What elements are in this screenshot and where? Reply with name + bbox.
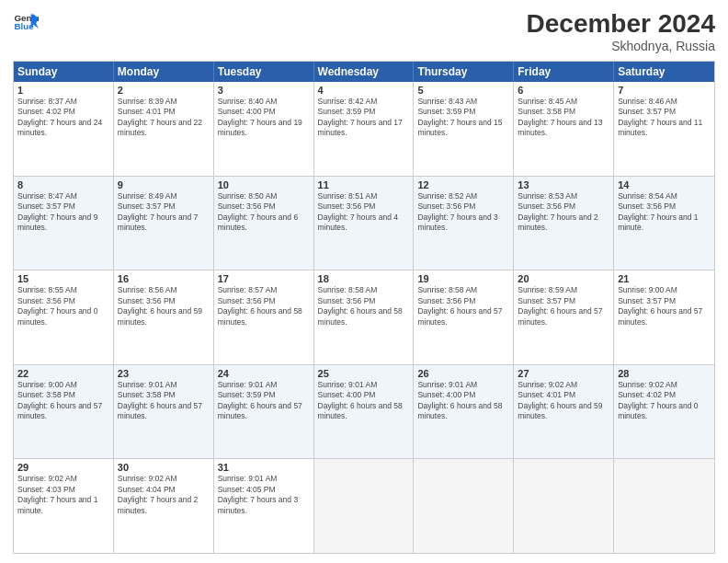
- sunrise: Sunrise: 8:43 AM: [417, 97, 477, 106]
- daylight: Daylight: 7 hours and 4 minutes.: [318, 213, 398, 232]
- sunrise: Sunrise: 9:01 AM: [118, 380, 177, 389]
- calendar-cell: 14 Sunrise: 8:54 AM Sunset: 3:56 PM Dayl…: [614, 177, 714, 270]
- calendar-cell: 10 Sunrise: 8:50 AM Sunset: 3:56 PM Dayl…: [214, 177, 314, 270]
- cell-info: Sunrise: 8:42 AM Sunset: 3:59 PM Dayligh…: [318, 97, 410, 139]
- sunset: Sunset: 3:56 PM: [218, 201, 276, 211]
- sunrise: Sunrise: 9:02 AM: [118, 474, 177, 483]
- sunrise: Sunrise: 8:52 AM: [417, 191, 477, 201]
- sunset: Sunset: 4:00 PM: [318, 390, 376, 399]
- calendar-cell: 21 Sunrise: 9:00 AM Sunset: 3:57 PM Dayl…: [614, 270, 714, 364]
- sunset: Sunset: 3:56 PM: [318, 296, 376, 305]
- calendar-cell: [514, 459, 614, 553]
- daylight: Daylight: 7 hours and 3 minutes.: [218, 495, 298, 514]
- sunset: Sunset: 4:00 PM: [218, 107, 276, 116]
- sunset: Sunset: 3:57 PM: [17, 201, 75, 211]
- header: General Blue December 2024 Skhodnya, Rus…: [13, 9, 715, 53]
- day-number: 19: [417, 273, 509, 284]
- sunset: Sunset: 4:05 PM: [218, 485, 276, 494]
- calendar-cell: 28 Sunrise: 9:02 AM Sunset: 4:02 PM Dayl…: [614, 365, 714, 459]
- daylight: Daylight: 7 hours and 19 minutes.: [218, 118, 302, 137]
- sunrise: Sunrise: 8:39 AM: [118, 97, 177, 106]
- daylight: Daylight: 6 hours and 57 minutes.: [17, 401, 102, 420]
- daylight: Daylight: 7 hours and 0 minutes.: [618, 401, 698, 420]
- sunrise: Sunrise: 8:49 AM: [118, 191, 177, 201]
- calendar-cell: [414, 459, 514, 553]
- day-headers: Sunday Monday Tuesday Wednesday Thursday…: [14, 62, 714, 82]
- sunset: Sunset: 4:02 PM: [618, 390, 676, 399]
- sunset: Sunset: 3:57 PM: [518, 296, 575, 305]
- sunrise: Sunrise: 8:59 AM: [518, 285, 577, 294]
- calendar-cell: 3 Sunrise: 8:40 AM Sunset: 4:00 PM Dayli…: [214, 82, 314, 176]
- header-friday: Friday: [514, 62, 614, 82]
- cell-info: Sunrise: 9:01 AM Sunset: 3:59 PM Dayligh…: [218, 380, 310, 422]
- daylight: Daylight: 7 hours and 13 minutes.: [518, 118, 602, 137]
- sunset: Sunset: 3:56 PM: [417, 201, 475, 211]
- daylight: Daylight: 7 hours and 1 minute.: [618, 213, 698, 232]
- daylight: Daylight: 6 hours and 58 minutes.: [218, 306, 302, 326]
- sunset: Sunset: 3:56 PM: [118, 296, 176, 305]
- header-sunday: Sunday: [14, 62, 114, 82]
- daylight: Daylight: 7 hours and 3 minutes.: [417, 213, 497, 232]
- sunrise: Sunrise: 9:02 AM: [618, 380, 677, 389]
- daylight: Daylight: 7 hours and 2 minutes.: [118, 495, 198, 514]
- sunrise: Sunrise: 8:46 AM: [618, 97, 677, 106]
- day-number: 20: [518, 273, 609, 284]
- cell-info: Sunrise: 8:53 AM Sunset: 3:56 PM Dayligh…: [518, 191, 609, 234]
- page: General Blue December 2024 Skhodnya, Rus…: [0, 0, 728, 563]
- daylight: Daylight: 6 hours and 57 minutes.: [618, 306, 702, 326]
- daylight: Daylight: 7 hours and 1 minute.: [17, 495, 97, 514]
- sunset: Sunset: 3:56 PM: [618, 201, 676, 211]
- day-number: 17: [218, 273, 310, 284]
- cell-info: Sunrise: 8:43 AM Sunset: 3:59 PM Dayligh…: [417, 97, 509, 139]
- calendar-cell: 15 Sunrise: 8:55 AM Sunset: 3:56 PM Dayl…: [14, 270, 114, 364]
- calendar-cell: 13 Sunrise: 8:53 AM Sunset: 3:56 PM Dayl…: [514, 177, 614, 270]
- day-number: 13: [518, 179, 609, 190]
- cell-info: Sunrise: 9:00 AM Sunset: 3:58 PM Dayligh…: [17, 380, 109, 422]
- calendar-cell: 24 Sunrise: 9:01 AM Sunset: 3:59 PM Dayl…: [214, 365, 314, 459]
- cell-info: Sunrise: 9:02 AM Sunset: 4:02 PM Dayligh…: [618, 380, 711, 422]
- calendar-cell: 8 Sunrise: 8:47 AM Sunset: 3:57 PM Dayli…: [14, 177, 114, 270]
- daylight: Daylight: 7 hours and 0 minutes.: [17, 306, 97, 326]
- cell-info: Sunrise: 9:01 AM Sunset: 4:05 PM Dayligh…: [218, 474, 310, 516]
- sunrise: Sunrise: 8:50 AM: [218, 191, 278, 201]
- calendar-cell: 16 Sunrise: 8:56 AM Sunset: 3:56 PM Dayl…: [114, 270, 214, 364]
- daylight: Daylight: 7 hours and 11 minutes.: [618, 118, 702, 137]
- cell-info: Sunrise: 9:02 AM Sunset: 4:03 PM Dayligh…: [17, 474, 109, 516]
- calendar-cell: 4 Sunrise: 8:42 AM Sunset: 3:59 PM Dayli…: [314, 82, 415, 176]
- sunset: Sunset: 3:58 PM: [17, 390, 75, 399]
- daylight: Daylight: 6 hours and 59 minutes.: [518, 401, 602, 420]
- month-title: December 2024: [527, 9, 715, 39]
- day-number: 22: [17, 368, 109, 379]
- calendar-cell: 2 Sunrise: 8:39 AM Sunset: 4:01 PM Dayli…: [114, 82, 214, 176]
- sunrise: Sunrise: 8:45 AM: [518, 97, 577, 106]
- cell-info: Sunrise: 9:00 AM Sunset: 3:57 PM Dayligh…: [618, 285, 711, 327]
- sunset: Sunset: 4:00 PM: [417, 390, 475, 399]
- day-number: 23: [118, 368, 210, 379]
- daylight: Daylight: 7 hours and 7 minutes.: [118, 213, 198, 232]
- sunset: Sunset: 3:56 PM: [318, 201, 376, 211]
- cell-info: Sunrise: 8:51 AM Sunset: 3:56 PM Dayligh…: [318, 191, 410, 234]
- sunrise: Sunrise: 8:42 AM: [318, 97, 378, 106]
- daylight: Daylight: 7 hours and 2 minutes.: [518, 213, 597, 232]
- day-number: 5: [417, 85, 509, 96]
- calendar-cell: 27 Sunrise: 9:02 AM Sunset: 4:01 PM Dayl…: [514, 365, 614, 459]
- sunrise: Sunrise: 9:02 AM: [17, 474, 77, 483]
- sunset: Sunset: 3:57 PM: [118, 201, 176, 211]
- day-number: 9: [118, 179, 210, 190]
- calendar-cell: 29 Sunrise: 9:02 AM Sunset: 4:03 PM Dayl…: [14, 459, 114, 553]
- calendar-cell: 30 Sunrise: 9:02 AM Sunset: 4:04 PM Dayl…: [114, 459, 214, 553]
- day-number: 11: [318, 179, 410, 190]
- day-number: 12: [417, 179, 509, 190]
- sunrise: Sunrise: 9:01 AM: [318, 380, 378, 389]
- calendar-cell: 5 Sunrise: 8:43 AM Sunset: 3:59 PM Dayli…: [414, 82, 514, 176]
- sunset: Sunset: 3:56 PM: [417, 296, 475, 305]
- sunrise: Sunrise: 8:58 AM: [318, 285, 378, 294]
- header-wednesday: Wednesday: [314, 62, 415, 82]
- calendar-cell: 20 Sunrise: 8:59 AM Sunset: 3:57 PM Dayl…: [514, 270, 614, 364]
- day-number: 29: [17, 462, 109, 473]
- sunrise: Sunrise: 8:53 AM: [518, 191, 577, 201]
- calendar-cell: 6 Sunrise: 8:45 AM Sunset: 3:58 PM Dayli…: [514, 82, 614, 176]
- sunrise: Sunrise: 9:01 AM: [218, 380, 278, 389]
- sunset: Sunset: 3:59 PM: [218, 390, 276, 399]
- calendar-row-3: 22 Sunrise: 9:00 AM Sunset: 3:58 PM Dayl…: [14, 364, 714, 459]
